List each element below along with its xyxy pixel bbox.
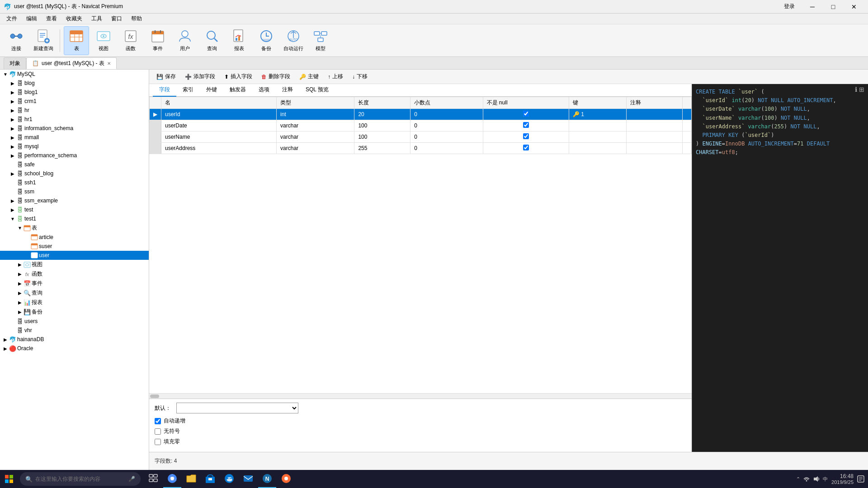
sidebar-item-ssm[interactable]: 🗄 ssm	[0, 187, 149, 196]
toolbar-view[interactable]: 视图	[91, 26, 116, 55]
sidebar-item-school-blog[interactable]: ▶ 🗄 school_blog	[0, 169, 149, 178]
taskbar-chrome[interactable]	[163, 470, 181, 488]
menu-help[interactable]: 帮助	[127, 14, 146, 23]
expand-icon[interactable]: ▶	[9, 116, 16, 123]
toolbar-new-query[interactable]: 新建查询	[31, 26, 56, 55]
expand-icon[interactable]: ▶	[9, 143, 16, 150]
sidebar-item-crm1[interactable]: ▶ 🗄 crm1	[0, 97, 149, 106]
menu-tools[interactable]: 工具	[87, 14, 107, 23]
delete-field-button[interactable]: 🗑 删除字段	[258, 71, 294, 82]
move-up-button[interactable]: ↑ 上移	[324, 71, 347, 82]
table-row[interactable]: userDate varchar 100 0	[150, 120, 692, 131]
expand-icon[interactable]: ▶	[16, 290, 24, 297]
expand-icon[interactable]: ▶	[9, 107, 16, 114]
sidebar-item-perf-schema[interactable]: ▶ 🗄 performance_schema	[0, 151, 149, 160]
taskbar-edge[interactable]	[220, 470, 238, 488]
sql-expand-button[interactable]: ⊞	[859, 86, 864, 93]
field-type-cell[interactable]: varchar	[277, 143, 354, 154]
chevron-up-icon[interactable]: ⌃	[796, 476, 800, 482]
sidebar-item-hainanadb[interactable]: ▶ 🐬 hainanaDB	[0, 335, 149, 344]
primary-key-button[interactable]: 🔑 主键	[296, 71, 322, 82]
field-notnull-cell[interactable]	[483, 120, 569, 131]
toolbar-user[interactable]: 用户	[172, 26, 198, 55]
field-notnull-cell[interactable]	[483, 143, 569, 154]
expand-icon[interactable]: ▶	[16, 261, 24, 268]
field-length-cell[interactable]: 100	[354, 120, 410, 131]
taskbar-mail[interactable]	[239, 470, 257, 488]
sidebar-item-ssm-example[interactable]: ▶ 🗄 ssm_example	[0, 196, 149, 205]
tab-close-button[interactable]: ✕	[107, 61, 111, 66]
expand-icon[interactable]: ▶	[9, 125, 16, 132]
tab-object[interactable]: 对象	[4, 57, 26, 69]
field-name-cell[interactable]: userId	[161, 109, 277, 120]
default-select[interactable]	[176, 403, 298, 413]
field-type-cell[interactable]: varchar	[277, 120, 354, 131]
auto-increment-checkbox[interactable]	[155, 418, 161, 424]
sql-info-button[interactable]: ℹ	[855, 86, 857, 93]
sidebar-item-views-group[interactable]: ▶ 视图	[0, 260, 149, 269]
sub-tab-comment[interactable]: 注释	[276, 84, 299, 97]
expand-icon[interactable]: ▶	[9, 206, 16, 213]
field-comment-cell[interactable]	[627, 143, 683, 154]
expand-icon[interactable]: ▶	[9, 152, 16, 159]
sidebar-item-blog[interactable]: ▶ 🗄 blog	[0, 79, 149, 88]
sidebar-item-suser[interactable]: suser	[0, 242, 149, 251]
menu-view[interactable]: 查看	[42, 14, 61, 23]
field-notnull-cell[interactable]	[483, 109, 569, 120]
minimize-button[interactable]: ─	[802, 0, 823, 14]
field-name-cell[interactable]: userName	[161, 131, 277, 143]
sidebar-item-events-group[interactable]: ▶ 📅 事件	[0, 279, 149, 288]
field-decimal-cell[interactable]: 0	[410, 109, 483, 120]
sidebar-item-ssh1[interactable]: 🗄 ssh1	[0, 178, 149, 187]
sidebar-item-mysql[interactable]: ▼ 🐬 MySQL	[0, 70, 149, 79]
sidebar-item-user[interactable]: user	[0, 251, 149, 260]
sidebar-item-funcs-group[interactable]: ▶ fx 函数	[0, 269, 149, 279]
sub-tab-fields[interactable]: 字段	[153, 84, 176, 97]
expand-icon[interactable]: ▶	[16, 280, 24, 287]
sub-tab-triggers[interactable]: 触发器	[223, 84, 252, 97]
sidebar-item-reports-group[interactable]: ▶ 📊 报表	[0, 298, 149, 307]
expand-icon[interactable]: ▶	[2, 336, 9, 343]
sub-tab-indexes[interactable]: 索引	[176, 84, 200, 97]
field-decimal-cell[interactable]: 0	[410, 143, 483, 154]
toolbar-event[interactable]: 事件	[145, 26, 170, 55]
expand-icon[interactable]: ▶	[9, 80, 16, 87]
expand-icon[interactable]: ▼	[16, 225, 24, 232]
sidebar-item-hr[interactable]: ▶ 🗄 hr	[0, 106, 149, 115]
taskbar-search-input[interactable]	[35, 476, 126, 482]
expand-icon[interactable]: ▶	[9, 197, 16, 204]
menu-favorites[interactable]: 收藏夹	[61, 14, 87, 23]
expand-icon[interactable]: ▶	[9, 98, 16, 105]
sidebar-item-users-db[interactable]: 🗄 users	[0, 317, 149, 326]
add-field-button[interactable]: ➕ 添加字段	[181, 71, 219, 82]
table-row[interactable]: userName varchar 100 0	[150, 131, 692, 143]
maximize-button[interactable]: □	[823, 0, 844, 14]
field-comment-cell[interactable]	[627, 120, 683, 131]
sidebar-item-article[interactable]: article	[0, 233, 149, 242]
field-type-cell[interactable]: varchar	[277, 131, 354, 143]
toolbar-report[interactable]: 报表	[226, 26, 252, 55]
expand-icon[interactable]: ▼	[2, 70, 9, 78]
toolbar-model[interactable]: 模型	[308, 26, 333, 55]
notification-icon[interactable]	[857, 475, 864, 483]
unsigned-checkbox[interactable]	[155, 428, 161, 435]
taskbar-navicat[interactable]: N	[258, 470, 276, 488]
sidebar-item-hr1[interactable]: ▶ 🗄 hr1	[0, 115, 149, 124]
sub-tab-foreign-keys[interactable]: 外键	[200, 84, 223, 97]
zerofill-checkbox[interactable]	[155, 439, 161, 445]
field-decimal-cell[interactable]: 0	[410, 131, 483, 143]
start-button[interactable]	[0, 470, 18, 488]
menu-edit[interactable]: 编辑	[22, 14, 42, 23]
taskbar-explorer[interactable]	[182, 470, 200, 488]
sidebar-item-queries-group[interactable]: ▶ 🔍 查询	[0, 288, 149, 298]
taskbar-other[interactable]	[277, 470, 295, 488]
expand-icon[interactable]: ▶	[16, 299, 24, 306]
sub-tab-options[interactable]: 选项	[252, 84, 276, 97]
expand-icon[interactable]: ▶	[9, 134, 16, 141]
time-display[interactable]: 16:48 2019/9/25	[831, 473, 854, 485]
sidebar-item-blog1[interactable]: ▶ 🗄 blog1	[0, 88, 149, 97]
field-type-cell[interactable]: int	[277, 109, 354, 120]
taskbar-store[interactable]	[201, 470, 219, 488]
save-button[interactable]: 💾 保存	[153, 71, 179, 82]
field-notnull-cell[interactable]	[483, 131, 569, 143]
